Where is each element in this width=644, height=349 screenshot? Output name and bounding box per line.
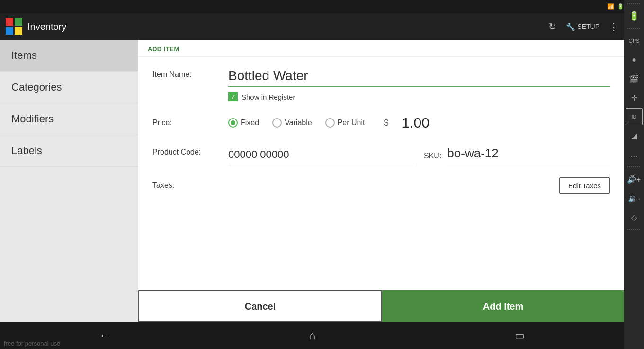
- perunit-radio[interactable]: [325, 118, 335, 128]
- back-nav-icon[interactable]: ←: [99, 330, 110, 342]
- clapper-icon: 🎬: [626, 70, 643, 87]
- rotate-icon[interactable]: ◇: [626, 209, 643, 226]
- refresh-icon[interactable]: ↻: [548, 21, 556, 32]
- bottom-buttons: Cancel Add Item: [138, 290, 624, 322]
- logo-sq-yellow: [15, 27, 22, 35]
- fixed-label: Fixed: [241, 119, 259, 127]
- grip-3: [626, 165, 643, 169]
- gps-icon: GPS: [626, 32, 643, 49]
- item-name-label: Item Name:: [152, 66, 228, 79]
- rss-icon: ◢: [626, 127, 643, 144]
- price-perunit-option[interactable]: Per Unit: [325, 118, 365, 128]
- add-item-button[interactable]: Add Item: [382, 290, 624, 322]
- setup-button[interactable]: 🔧 SETUP: [566, 22, 599, 31]
- variable-radio[interactable]: [272, 118, 282, 128]
- chat-icon: …: [626, 146, 643, 163]
- price-value: 1.00: [402, 115, 429, 131]
- sidebar-item-modifiers[interactable]: Modifiers: [0, 103, 138, 135]
- right-panel: 🔋 GPS ● 🎬 ✛ ID ◢ … 🔊+ 🔉- ◇: [624, 0, 644, 349]
- grip-top: [626, 2, 643, 6]
- grip-4: [626, 228, 643, 231]
- perunit-label: Per Unit: [338, 119, 365, 127]
- fixed-radio[interactable]: [228, 118, 238, 128]
- toolbar-actions: ↻ 🔧 SETUP ⋮: [548, 21, 618, 32]
- show-in-register-label: Show in Register: [242, 93, 295, 101]
- price-fixed-option[interactable]: Fixed: [228, 118, 259, 128]
- product-code-row: Product Code: SKU:: [152, 144, 610, 164]
- taxes-input-area: Edit Taxes: [228, 177, 610, 194]
- sidebar-item-items[interactable]: Items: [0, 40, 138, 72]
- product-code-input[interactable]: [228, 147, 414, 164]
- sku-input[interactable]: [447, 144, 610, 164]
- edit-taxes-button[interactable]: Edit Taxes: [559, 177, 610, 194]
- product-sku-area: SKU:: [228, 144, 610, 164]
- watermark-text: free for personal use: [4, 340, 60, 347]
- form-area: Item Name: ✓ Show in Register Price: Fix…: [138, 57, 624, 217]
- app-logo: [6, 18, 23, 35]
- fixed-radio-fill: [231, 120, 235, 125]
- app-title: Inventory: [27, 21, 548, 32]
- cancel-button[interactable]: Cancel: [138, 290, 382, 322]
- product-code-input-wrap: [228, 147, 414, 164]
- price-row: Price: Fixed Variable Per Unit $ 1.0: [152, 115, 610, 131]
- battery-icon: 🔋: [617, 3, 624, 10]
- price-label: Price:: [152, 115, 228, 127]
- price-variable-option[interactable]: Variable: [272, 118, 312, 128]
- variable-label: Variable: [285, 119, 312, 127]
- camera-icon[interactable]: ●: [626, 51, 643, 68]
- id-icon: ID: [626, 108, 643, 125]
- wrench-icon: 🔧: [566, 22, 575, 31]
- taxes-label: Taxes:: [152, 177, 228, 190]
- status-bar: 📶 🔋 2:46: [0, 0, 644, 13]
- move-icon[interactable]: ✛: [626, 89, 643, 106]
- logo-sq-green: [15, 18, 22, 26]
- battery-side-icon: 🔋: [626, 8, 643, 25]
- sidebar-item-categories[interactable]: Categories: [0, 72, 138, 103]
- price-options: Fixed Variable Per Unit $ 1.00: [228, 115, 610, 131]
- price-dollar-sign: $: [384, 118, 388, 128]
- toolbar: Inventory ↻ 🔧 SETUP ⋮: [0, 13, 624, 40]
- grip-2: [626, 27, 643, 30]
- logo-sq-red: [6, 18, 13, 26]
- show-in-register-row: ✓ Show in Register: [228, 92, 610, 101]
- product-code-label: Product Code:: [152, 144, 228, 156]
- item-name-row: Item Name: ✓ Show in Register: [152, 66, 610, 101]
- volume-down-icon[interactable]: 🔉-: [626, 190, 643, 207]
- add-item-header: ADD ITEM: [138, 40, 624, 57]
- sidebar: Items Categories Modifiers Labels: [0, 40, 138, 322]
- show-in-register-checkbox[interactable]: ✓: [228, 92, 238, 101]
- sidebar-item-labels[interactable]: Labels: [0, 135, 138, 167]
- taxes-row: Taxes: Edit Taxes: [152, 177, 610, 194]
- main-content: ADD ITEM Item Name: ✓ Show in Register P…: [138, 40, 624, 322]
- volume-up-icon[interactable]: 🔊+: [626, 171, 643, 188]
- recent-nav-icon[interactable]: ▭: [515, 330, 525, 342]
- bottom-nav: free for personal use ← ⌂ ▭: [0, 322, 624, 349]
- item-name-input[interactable]: [228, 66, 610, 87]
- logo-sq-blue: [6, 27, 13, 35]
- sku-group: SKU:: [424, 144, 610, 164]
- item-name-input-area: ✓ Show in Register: [228, 66, 610, 101]
- sku-label: SKU:: [424, 152, 441, 164]
- home-nav-icon[interactable]: ⌂: [309, 330, 315, 342]
- more-options-icon[interactable]: ⋮: [609, 21, 618, 32]
- wifi-icon: 📶: [607, 3, 614, 10]
